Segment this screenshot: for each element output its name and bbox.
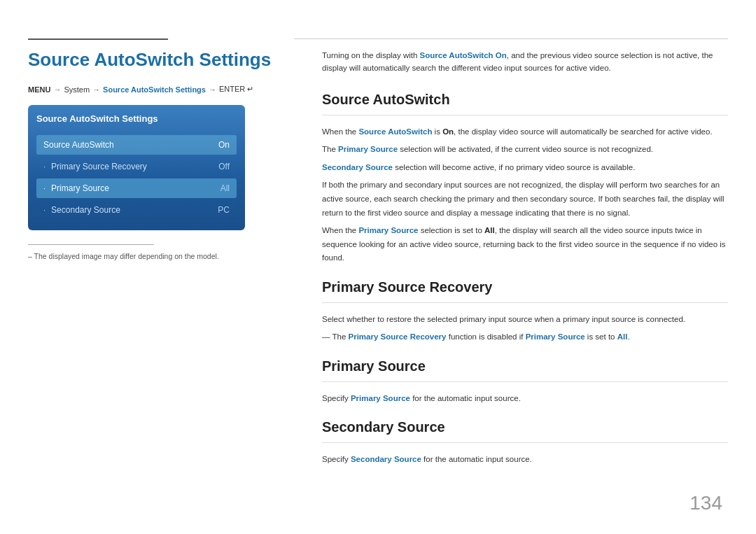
breadcrumb-enter: ENTER ↵ [219,85,253,94]
right-column: Turning on the display with Source AutoS… [322,42,728,513]
intro-text: Turning on the display with Source AutoS… [322,49,728,75]
breadcrumb-menu: MENU [28,85,50,94]
page-title: Source AutoSwitch Settings [28,49,294,71]
menu-item-primary-recovery[interactable]: · Primary Source Recovery Off [36,157,237,176]
section-body-recovery: Select whether to restore the selected p… [322,313,728,344]
menu-item-secondary-source[interactable]: · Secondary Source PC [36,200,237,220]
section-body-secondary-source: Specify Secondary Source for the automat… [322,453,728,467]
section-divider-1 [322,115,728,115]
inline-bold-on: On [442,127,454,136]
inline-bold-all-2: All [617,332,628,341]
section-divider-3 [322,381,728,382]
inline-bold-autoswitch: Source AutoSwitch [358,127,432,136]
inline-bold-all: All [484,226,495,234]
breadcrumb-arrow-3: → [209,85,216,94]
breadcrumb-highlight: Source AutoSwitch Settings [103,85,206,94]
section-divider-2 [322,302,728,303]
section-title-secondary-source: Secondary Source [322,419,728,435]
ui-panel-title: Source AutoSwitch Settings [36,113,237,128]
menu-item-label-source-autoswitch: Source AutoSwitch [43,140,114,150]
left-column: Source AutoSwitch Settings MENU → System… [28,42,294,513]
menu-item-value-secondary-source: PC [218,205,230,215]
inline-bold-primary: Primary Source [338,145,398,153]
section-title-autoswitch: Source AutoSwitch [322,92,728,108]
page-number: 134 [690,492,722,514]
breadcrumb-arrow-1: → [53,85,61,94]
section-body-autoswitch: When the Source AutoSwitch is On, the di… [322,125,728,265]
section-title-primary-source: Primary Source [322,358,728,374]
intro-bold-1: Source AutoSwitch On [420,51,507,59]
menu-item-value-source-autoswitch: On [218,140,230,150]
note-text: – The displayed image may differ dependi… [28,252,294,260]
left-divider [28,244,154,245]
top-right-decorative-line [294,38,728,39]
menu-item-label-primary-recovery: · Primary Source Recovery [43,162,147,171]
top-left-decorative-line [28,38,168,40]
section-body-primary-source: Specify Primary Source for the automatic… [322,392,728,406]
menu-item-value-primary-source: All [220,183,230,193]
menu-item-source-autoswitch[interactable]: Source AutoSwitch On [36,135,237,155]
menu-item-primary-source[interactable]: · Primary Source All [36,178,237,198]
breadcrumb: MENU → System → Source AutoSwitch Settin… [28,85,294,94]
section-divider-4 [322,442,728,443]
inline-bold-specify-secondary: Secondary Source [351,455,421,463]
inline-bold-recovery: Primary Source Recovery [349,332,447,341]
inline-bold-secondary: Secondary Source [322,163,393,171]
inline-bold-primary-3: Primary Source [526,332,585,341]
breadcrumb-system: System [64,85,90,94]
inline-bold-specify-primary: Primary Source [351,394,410,402]
menu-item-value-primary-recovery: Off [218,162,230,171]
breadcrumb-arrow-2: → [92,85,100,94]
inline-bold-primary-2: Primary Source [358,226,418,234]
ui-panel: Source AutoSwitch Settings Source AutoSw… [28,105,245,230]
menu-item-label-secondary-source: · Secondary Source [43,205,120,215]
menu-item-label-primary-source: · Primary Source [43,183,109,193]
section-title-recovery: Primary Source Recovery [322,279,728,295]
